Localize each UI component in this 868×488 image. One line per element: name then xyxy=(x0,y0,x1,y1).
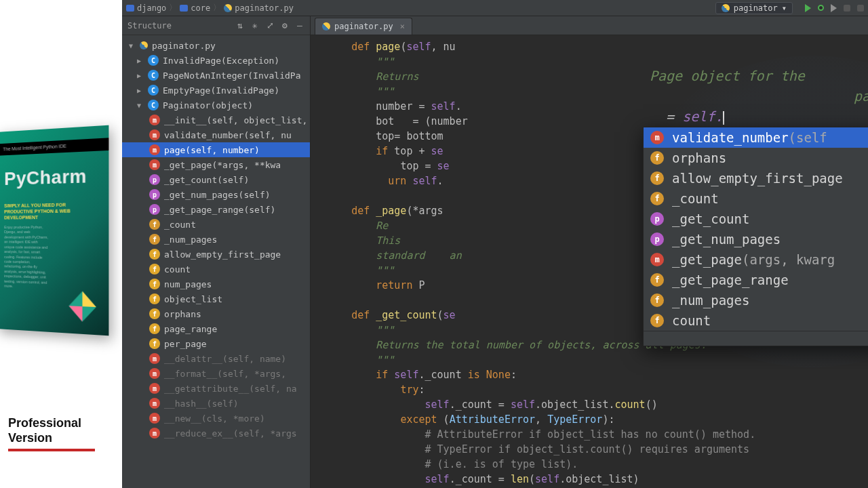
tree-field[interactable]: f_count xyxy=(122,217,310,232)
structure-tool-window: Structure ⇅ ✳ ⤢ ⚙ ― ▼paginator.py ▶CInva… xyxy=(122,16,311,488)
run-button[interactable] xyxy=(805,4,811,12)
promo-band: The Most Intelligent Python IDE xyxy=(0,138,108,155)
class-icon: C xyxy=(148,85,159,96)
python-file-icon xyxy=(322,22,330,30)
python-file-icon xyxy=(140,41,148,49)
tree-file[interactable]: ▼paginator.py xyxy=(122,38,310,53)
autocomplete-item[interactable]: f_countPaginator xyxy=(644,188,868,209)
field-icon: f xyxy=(650,151,664,165)
method-icon: m xyxy=(149,368,160,379)
property-icon: p xyxy=(650,232,664,246)
promo-box: The Most Intelligent Python IDE PyCharm … xyxy=(0,125,108,336)
tree-method-selected[interactable]: mpage(self, number) xyxy=(122,142,310,157)
svg-marker-2 xyxy=(68,306,82,321)
chevron-down-icon: ▾ xyxy=(782,3,787,13)
field-icon: f xyxy=(149,338,160,349)
autocomplete-item[interactable]: p_get_num_pagesPaginator xyxy=(644,229,868,249)
autocomplete-item[interactable]: mvalidate_number(selfPaginator xyxy=(644,127,868,148)
autocomplete-item[interactable]: f_get_page_range xyxy=(644,270,868,290)
run-config-selector[interactable]: paginator ▾ xyxy=(715,2,793,14)
tree-method[interactable]: mvalidate_number(self, nu xyxy=(122,127,310,142)
field-icon: f xyxy=(149,323,160,334)
toolbar-button[interactable] xyxy=(844,5,850,12)
tree-field[interactable]: f_num_pages xyxy=(122,232,310,247)
field-icon: f xyxy=(650,314,664,327)
code-area[interactable]: def page(self, nu """ Returns """ number… xyxy=(311,35,868,488)
breadcrumb[interactable]: django 〉 core 〉 paginator.py xyxy=(126,2,294,14)
tree-field[interactable]: fallow_empty_first_page xyxy=(122,247,310,262)
property-icon: p xyxy=(149,189,160,200)
method-icon: m xyxy=(650,253,664,266)
tree-class[interactable]: ▶CPageNotAnInteger(InvalidPa xyxy=(122,68,310,83)
field-icon: f xyxy=(650,171,664,185)
method-icon: m xyxy=(149,159,160,170)
autocomplete-item[interactable]: p_get_countPaginator xyxy=(644,209,868,229)
promo-subtitle: SIMPLY ALL YOU NEED FOR PRODUCTIVE PYTHO… xyxy=(4,201,94,221)
method-icon: m xyxy=(149,129,160,140)
tree-method[interactable]: m__delattr__(self, name) xyxy=(122,351,310,366)
method-icon: m xyxy=(149,428,160,439)
tree-field[interactable]: fcount xyxy=(122,262,310,277)
autocomplete-item[interactable]: forphansPaginator xyxy=(644,148,868,168)
collapse-icon[interactable]: ⤢ xyxy=(265,21,275,30)
class-icon: C xyxy=(148,100,159,110)
crumb-django[interactable]: django xyxy=(137,3,166,13)
autocomplete-item[interactable]: m_get_page(args, kwargPaginator xyxy=(644,249,868,270)
structure-title: Structure xyxy=(127,21,172,30)
promo-paragraph: Enjoy productive Python, Django, and web… xyxy=(4,225,49,290)
tree-method[interactable]: m__getattribute__(self, na xyxy=(122,381,310,396)
tree-class[interactable]: ▼CPaginator(object) xyxy=(122,98,310,113)
autocomplete-item[interactable]: f_num_pages xyxy=(644,290,868,310)
structure-header: Structure ⇅ ✳ ⤢ ⚙ ― xyxy=(122,16,310,35)
field-icon: f xyxy=(149,219,160,230)
tree-field[interactable]: fobject_list xyxy=(122,291,310,306)
tree-class[interactable]: ▶CInvalidPage(Exception) xyxy=(122,53,310,68)
tree-method[interactable]: m__new__(cls, *more) xyxy=(122,411,310,426)
tree-field[interactable]: forphans xyxy=(122,306,310,321)
close-icon[interactable]: × xyxy=(400,22,405,31)
field-icon: f xyxy=(650,273,664,287)
magnified-code: Page object for the page number. = self. xyxy=(650,66,868,127)
tree-property[interactable]: p_get_num_pages(self) xyxy=(122,187,310,202)
crumb-file[interactable]: paginator.py xyxy=(235,3,294,13)
property-icon: p xyxy=(149,174,160,185)
method-icon: m xyxy=(149,383,160,394)
crumb-core[interactable]: core xyxy=(191,3,210,13)
tree-field[interactable]: fpage_range xyxy=(122,321,310,336)
hide-icon[interactable]: ― xyxy=(295,21,304,30)
structure-tree[interactable]: ▼paginator.py ▶CInvalidPage(Exception) ▶… xyxy=(122,35,310,488)
tree-property[interactable]: p_get_count(self) xyxy=(122,172,310,187)
tree-method[interactable]: m__init__(self, object_list, xyxy=(122,113,310,127)
toolbar-button[interactable] xyxy=(857,5,864,12)
debug-button[interactable] xyxy=(818,5,824,11)
autocomplete-item[interactable]: fcount xyxy=(644,310,868,331)
folder-icon xyxy=(126,5,134,12)
method-icon: m xyxy=(149,413,160,424)
expand-icon[interactable]: ✳ xyxy=(250,21,260,30)
method-icon: m xyxy=(149,398,160,409)
tree-field[interactable]: fnum_pages xyxy=(122,277,310,291)
editor-tabs: paginator.py × xyxy=(311,16,868,35)
sort-icon[interactable]: ⇅ xyxy=(235,21,245,30)
tree-method[interactable]: m_get_page(*args, **kwa xyxy=(122,157,310,172)
tree-method[interactable]: m__reduce_ex__(self, *args xyxy=(122,426,310,441)
tree-method[interactable]: m__format__(self, *args, xyxy=(122,366,310,381)
tree-class[interactable]: ▶CEmptyPage(InvalidPage) xyxy=(122,83,310,98)
titlebar: django 〉 core 〉 paginator.py paginator ▾ xyxy=(122,0,868,16)
autocomplete-item[interactable]: fallow_empty_first_pagePaginator xyxy=(644,168,868,188)
gear-icon[interactable]: ⚙ xyxy=(280,21,290,30)
promo-panel: The Most Intelligent Python IDE PyCharm … xyxy=(0,0,122,488)
editor-tab[interactable]: paginator.py × xyxy=(315,18,412,35)
folder-icon xyxy=(180,5,188,12)
autocomplete-popup[interactable]: mvalidate_number(selfPaginator forphansP… xyxy=(643,127,868,346)
edition-label: ProfessionalVersion xyxy=(8,416,81,445)
class-icon: C xyxy=(148,70,159,81)
method-icon: m xyxy=(149,353,160,364)
tree-field[interactable]: fper_page xyxy=(122,336,310,351)
tree-method[interactable]: m__hash__(self) xyxy=(122,396,310,411)
method-icon: m xyxy=(149,115,160,125)
field-icon: f xyxy=(650,192,664,205)
tree-property[interactable]: p_get_page_range(self) xyxy=(122,202,310,217)
class-icon: C xyxy=(148,55,159,66)
run-with-coverage-button[interactable] xyxy=(831,4,837,12)
